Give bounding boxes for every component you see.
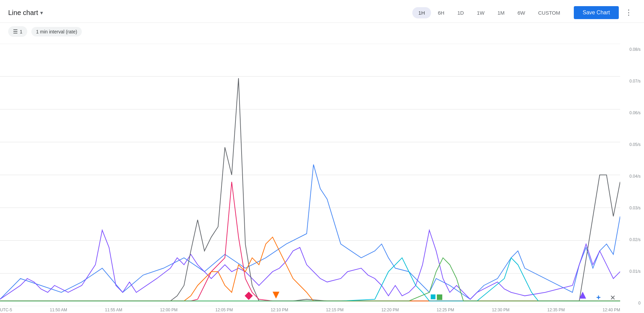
triangle-down-marker [273, 292, 279, 298]
square-marker-teal [431, 295, 435, 299]
square-marker-green [437, 295, 442, 300]
chart-with-xaxis: + ✕ UTC-5 11:50 AM 11:55 AM 12:00 PM 12:… [0, 44, 620, 313]
x-label-1230: 12:30 PM [492, 308, 509, 313]
x-label-1240: 12:40 PM [603, 308, 620, 313]
x-label-1150: 11:50 AM [50, 308, 67, 313]
time-btn-1d[interactable]: 1D [451, 7, 470, 18]
chart-type-label: Line chart [8, 9, 38, 17]
time-range-group: 1H 6H 1D 1W 1M 6W CUSTOM Save Chart ⋮ [412, 6, 636, 19]
y-label-002: 0.02/s [620, 237, 641, 242]
plus-marker: + [596, 293, 601, 302]
more-options-button[interactable]: ⋮ [622, 6, 636, 19]
interval-chip[interactable]: 1 min interval (rate) [31, 27, 82, 36]
time-btn-6w[interactable]: 6W [511, 7, 532, 18]
x-label-1155: 11:55 AM [105, 308, 122, 313]
time-btn-1h[interactable]: 1H [412, 7, 431, 18]
time-btn-1w[interactable]: 1W [471, 7, 491, 18]
time-btn-6h[interactable]: 6H [432, 7, 450, 18]
chevron-down-icon: ▾ [40, 10, 43, 16]
time-btn-1m[interactable]: 1M [491, 7, 511, 18]
chart-svg: + ✕ [0, 44, 620, 306]
chart-type-selector[interactable]: Line chart ▾ [8, 9, 43, 17]
y-label-008: 0.08/s [620, 47, 641, 52]
x-label-1220: 12:20 PM [381, 308, 399, 313]
filter-chip[interactable]: ☰ 1 [8, 26, 27, 37]
x-label-1235: 12:35 PM [547, 308, 565, 313]
y-label-007: 0.07/s [620, 79, 641, 84]
y-label-005: 0.05/s [620, 142, 641, 147]
page-header: Line chart ▾ 1H 6H 1D 1W 1M 6W CUSTOM Sa… [0, 0, 644, 23]
filter-icon: ☰ [13, 28, 18, 35]
time-btn-custom[interactable]: CUSTOM [532, 7, 566, 18]
x-label-1215: 12:15 PM [326, 308, 343, 313]
x-label-1210: 12:10 PM [271, 308, 288, 313]
y-label-001: 0.01/s [620, 269, 641, 274]
y-label-004: 0.04/s [620, 174, 641, 179]
save-chart-button[interactable]: Save Chart [574, 6, 619, 19]
y-label-0: 0 [620, 301, 641, 305]
sub-header: ☰ 1 1 min interval (rate) [0, 23, 644, 40]
x-label-utc: UTC-5 [0, 308, 12, 313]
x-marker: ✕ [610, 294, 616, 301]
chart-area: + ✕ UTC-5 11:50 AM 11:55 AM 12:00 PM 12:… [0, 40, 644, 313]
y-label-006: 0.06/s [620, 110, 641, 115]
filter-count: 1 [20, 29, 22, 34]
diamond-marker [245, 292, 253, 300]
chart-svg-container: + ✕ [0, 44, 620, 306]
y-label-003: 0.03/s [620, 206, 641, 210]
y-axis-right: 0.08/s 0.07/s 0.06/s 0.05/s 0.04/s 0.03/… [620, 44, 644, 313]
x-label-1205: 12:05 PM [215, 308, 233, 313]
x-label-1200: 12:00 PM [160, 308, 178, 313]
x-axis: UTC-5 11:50 AM 11:55 AM 12:00 PM 12:05 P… [0, 306, 620, 313]
x-label-1225: 12:25 PM [437, 308, 454, 313]
